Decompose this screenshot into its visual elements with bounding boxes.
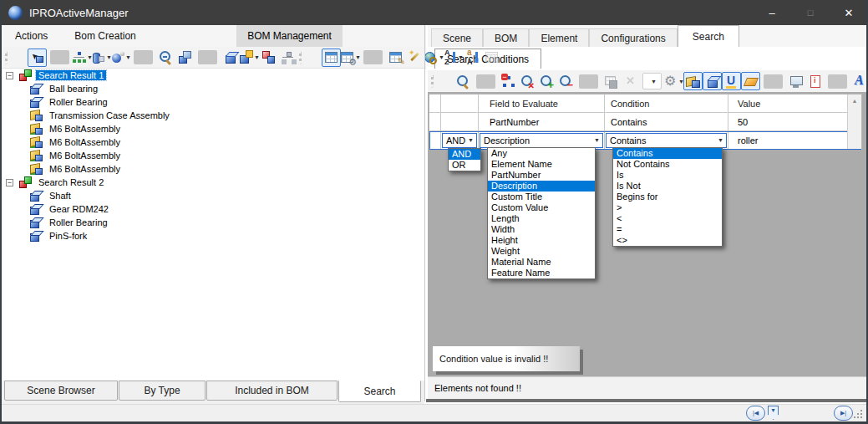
go-last-button[interactable]: ▶|: [834, 406, 853, 421]
filter-assembly-button[interactable]: ▼: [683, 72, 703, 90]
add-search-button[interactable]: ▼: [537, 72, 556, 90]
shield-down-icon[interactable]: ▾: [768, 406, 779, 420]
header-value[interactable]: Value: [728, 95, 849, 113]
table-view-button[interactable]: ▼: [322, 49, 341, 67]
remove-from-tree-button[interactable]: ▼: [499, 72, 518, 90]
dropdown-option[interactable]: Any: [488, 148, 595, 159]
part-button[interactable]: Ball bearing: [2, 82, 423, 95]
dropdown-option[interactable]: Width: [488, 224, 595, 235]
browser-tab[interactable]: Scene Browser: [4, 381, 118, 401]
magic-wand-button[interactable]: ▼: [405, 49, 424, 67]
dropdown-option[interactable]: OR: [449, 160, 480, 171]
cell-logic[interactable]: [441, 113, 479, 131]
browser-tab[interactable]: Included in BOM: [206, 381, 338, 401]
assembly-button[interactable]: Transmission Case Assembly: [2, 109, 423, 122]
settings-gear-button[interactable]: ▼: [664, 72, 683, 90]
browser-tab[interactable]: By Type: [119, 381, 206, 401]
hierarchy-view-button[interactable]: ▼: [278, 49, 297, 67]
dropdown-option[interactable]: Contains: [613, 148, 722, 159]
cell-field[interactable]: PartNumber: [479, 113, 605, 131]
select-element-button[interactable]: ▼: [28, 49, 47, 67]
table-settings-button[interactable]: ▼: [341, 49, 360, 67]
primitive-sphere-button[interactable]: ▼: [111, 49, 130, 67]
grid-scrollbar[interactable]: [847, 95, 861, 149]
menu-item[interactable]: Actions: [2, 25, 61, 47]
part-button[interactable]: PinS-fork: [2, 229, 423, 243]
dropdown-option[interactable]: Feature Name: [488, 268, 595, 278]
value-editor[interactable]: roller: [728, 131, 849, 150]
bolt-assembly-button[interactable]: M6 BoltAssembly: [2, 149, 423, 162]
sort-az-button[interactable]: ▼: [444, 49, 463, 67]
panel-tab[interactable]: BOM: [483, 28, 529, 47]
sort-za-button[interactable]: ▼: [463, 49, 482, 67]
panel-tab[interactable]: Configurations: [589, 28, 677, 47]
close-button[interactable]: ✕: [830, 0, 868, 25]
remove-search-button[interactable]: ▼: [556, 72, 576, 90]
filter-sketch-button[interactable]: ▼: [722, 72, 741, 90]
clear-search-button[interactable]: ▼: [518, 72, 537, 90]
bolt-assembly-button[interactable]: M6 BoltAssembly: [2, 122, 423, 135]
dropdown-option[interactable]: Height: [488, 235, 595, 246]
dropdown-option[interactable]: Length: [488, 213, 595, 224]
font-attributes-button[interactable]: ▼: [850, 72, 868, 90]
table-edit-button[interactable]: ▼: [386, 49, 405, 67]
panel-tab[interactable]: Search: [678, 25, 739, 47]
dropdown-option[interactable]: <>: [613, 235, 722, 246]
element-cube-button[interactable]: ▼: [221, 49, 240, 67]
dropdown-option[interactable]: Weight: [488, 246, 595, 257]
panel-tab[interactable]: Element: [529, 28, 589, 47]
dropdown-option[interactable]: Custom Title: [488, 192, 595, 202]
condition-row[interactable]: PartNumber Contains 50: [429, 113, 861, 131]
minimize-button[interactable]: –: [753, 0, 791, 25]
results-combobox[interactable]: ▼: [642, 73, 662, 89]
dropdown-option[interactable]: Not Contains: [613, 159, 722, 170]
go-first-button[interactable]: |◀: [746, 406, 765, 421]
dropdown-option[interactable]: Is: [613, 170, 722, 181]
dropdown-option[interactable]: >: [613, 202, 722, 213]
part-button[interactable]: Roller Bearing: [2, 216, 423, 229]
part-button[interactable]: Gear RDM242: [2, 202, 423, 216]
collapse-toggle-icon[interactable]: [6, 179, 13, 186]
dropdown-option[interactable]: AND: [449, 149, 480, 160]
dropdown-option[interactable]: Description: [488, 181, 595, 192]
dropdown-option[interactable]: =: [613, 224, 722, 235]
zoom-search-button[interactable]: ▼: [156, 49, 175, 67]
search-button[interactable]: ▼: [454, 72, 473, 90]
dropdown-option[interactable]: Is Not: [613, 181, 722, 192]
dropdown-option[interactable]: Custom Value: [488, 202, 595, 213]
web-search-button[interactable]: ▼: [424, 49, 444, 67]
logic-combobox[interactable]: AND▼: [441, 131, 479, 150]
document-report-button[interactable]: ▼: [805, 72, 825, 90]
filter-part-button[interactable]: ▼: [703, 72, 722, 90]
export-element-button[interactable]: ▼: [240, 49, 259, 67]
cell-condition[interactable]: Contains: [605, 113, 728, 131]
primitive-cylinder-button[interactable]: ▼: [92, 49, 111, 67]
header-field[interactable]: Field to Evaluate: [479, 95, 605, 113]
search-result-button[interactable]: Search Result 2: [2, 176, 423, 189]
screen-preview-button[interactable]: ▼: [786, 72, 805, 90]
header-condition[interactable]: Condition: [605, 95, 728, 113]
sync-elements-button[interactable]: ▼: [259, 49, 278, 67]
table-disabled-button[interactable]: ▼: [482, 49, 501, 67]
save-results-button[interactable]: ▼: [602, 72, 621, 90]
part-button[interactable]: Shaft: [2, 189, 423, 202]
search-result-button[interactable]: Search Result 1: [2, 69, 423, 82]
tab-bom-management[interactable]: BOM Management: [236, 25, 343, 47]
delete-condition-button[interactable]: ▼: [621, 72, 640, 90]
dropdown-option[interactable]: Begins for: [613, 192, 722, 202]
bolt-assembly-button[interactable]: M6 BoltAssembly: [2, 162, 423, 176]
dropdown-option[interactable]: Material Name: [488, 257, 595, 268]
collapse-toggle-icon[interactable]: [6, 72, 13, 79]
menu-item[interactable]: Bom Creation: [61, 25, 149, 47]
tree-structure-button[interactable]: ▼: [73, 49, 92, 67]
part-button[interactable]: Roller Bearing: [2, 95, 423, 109]
dropdown-option[interactable]: Element Name: [488, 159, 595, 170]
filter-surface-button[interactable]: ▼: [741, 72, 760, 90]
bolt-assembly-button[interactable]: M6 BoltAssembly: [2, 135, 423, 149]
dropdown-option[interactable]: PartNumber: [488, 170, 595, 181]
copy-elements-button[interactable]: ▼: [175, 49, 195, 67]
resize-grip[interactable]: [860, 416, 862, 418]
maximize-button[interactable]: □: [791, 0, 830, 25]
dropdown-option[interactable]: <: [613, 213, 722, 224]
panel-tab[interactable]: Scene: [431, 28, 483, 47]
